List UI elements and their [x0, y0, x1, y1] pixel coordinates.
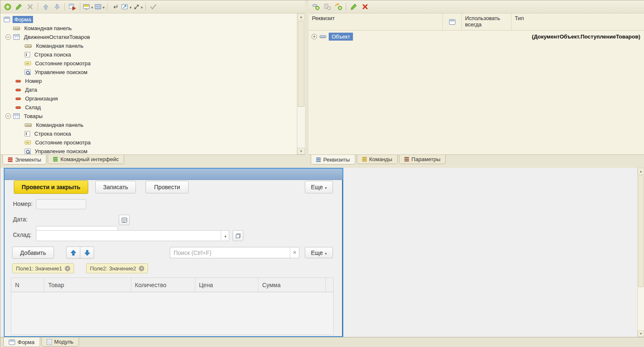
- column-filler: [326, 278, 333, 292]
- tree-item-form[interactable]: Форма: [0, 15, 304, 24]
- tab-label: Элементы: [15, 157, 41, 163]
- scroll-up-icon[interactable]: [297, 13, 305, 20]
- scroll-down-icon[interactable]: [297, 148, 305, 154]
- post-and-close-button[interactable]: Провести и закрыть: [14, 180, 88, 194]
- apply-icon[interactable]: [148, 2, 158, 12]
- tree-item-label: Строка поиска: [33, 130, 73, 137]
- tab-attributes[interactable]: Реквизиты: [311, 155, 355, 165]
- warehouse-choose-button[interactable]: [233, 230, 243, 241]
- table-icon: [13, 34, 20, 40]
- tree-item-search-string[interactable]: Строка поиска: [0, 50, 304, 59]
- number-field[interactable]: [36, 199, 86, 209]
- grouping-icon[interactable]: [95, 2, 105, 12]
- move-control-icon[interactable]: [110, 2, 120, 12]
- tree-scrollbar[interactable]: [297, 13, 305, 154]
- form-display-mode-icon[interactable]: [83, 2, 93, 12]
- move-down-icon[interactable]: [52, 2, 62, 12]
- toolbar-separator: [346, 3, 346, 10]
- attribute-name[interactable]: Объект: [329, 33, 353, 41]
- add-row-button[interactable]: Добавить: [12, 247, 54, 259]
- tree-item-command-bar[interactable]: Командная панель: [0, 41, 304, 50]
- check-positions-icon[interactable]: [67, 2, 77, 12]
- column-quantity[interactable]: Количество: [131, 278, 195, 292]
- edit-icon[interactable]: [349, 2, 359, 12]
- tree-item-date-field[interactable]: Дата: [0, 85, 304, 94]
- remove-filter-icon[interactable]: [139, 266, 144, 271]
- add-column-icon[interactable]: [322, 2, 332, 12]
- tab-elements[interactable]: Элементы: [3, 155, 46, 165]
- delete-icon[interactable]: [25, 2, 35, 12]
- command-bar-icon: [13, 27, 20, 30]
- tree-item-view-status[interactable]: Состояние просмотра: [0, 59, 304, 68]
- delete-icon[interactable]: [360, 2, 370, 12]
- collapse-icon[interactable]: [5, 113, 11, 119]
- clear-search-icon[interactable]: [290, 247, 299, 258]
- remove-filter-icon[interactable]: [65, 266, 70, 271]
- elements-layers-icon: [8, 157, 13, 162]
- tree-item-number-field[interactable]: Номер: [0, 77, 304, 85]
- search-box[interactable]: [170, 247, 299, 258]
- tab-form[interactable]: Форма: [3, 337, 40, 347]
- tree-item-search-control[interactable]: Управление поиском: [0, 68, 304, 77]
- scrollbar-thumb[interactable]: [298, 21, 304, 107]
- filter-chip[interactable]: Поле1: Значение1: [12, 263, 74, 273]
- tree-item-label: Номер: [23, 77, 43, 85]
- tab-commands[interactable]: Команды: [357, 155, 398, 164]
- tree-item-search-string[interactable]: Строка поиска: [0, 129, 304, 138]
- tree-item-movements-table[interactable]: ДвиженияОстаткиТоваров: [0, 33, 304, 41]
- tree-item-search-control[interactable]: Управление поиском: [0, 147, 304, 154]
- field-icon: [15, 89, 21, 91]
- add-by-type-icon[interactable]: [333, 2, 343, 12]
- attribute-row-object[interactable]: Объект (ДокументОбъект.ПоступлениеТоваро…: [309, 31, 644, 43]
- scroll-down-icon[interactable]: [638, 330, 644, 337]
- tree-item-view-status[interactable]: Состояние просмотра: [0, 138, 304, 147]
- warehouse-field[interactable]: [36, 230, 229, 241]
- edit-icon[interactable]: [14, 2, 24, 12]
- scroll-up-icon[interactable]: [638, 168, 644, 175]
- button-label: Добавить: [20, 249, 46, 256]
- warehouse-dropdown-button[interactable]: [221, 231, 229, 241]
- search-control-icon: [25, 69, 31, 75]
- warehouse-value[interactable]: [36, 231, 221, 241]
- column-type[interactable]: Тип: [511, 13, 644, 30]
- design-area-scrollbar[interactable]: [637, 168, 644, 337]
- column-attribute[interactable]: Реквизит: [309, 13, 443, 30]
- command-bar-icon: [25, 123, 32, 127]
- column-form-icon[interactable]: [443, 13, 462, 30]
- tree-item-warehouse-field[interactable]: Склад: [0, 103, 304, 112]
- tree-item-command-bar[interactable]: Командная панель: [0, 24, 304, 33]
- date-calendar-button[interactable]: [119, 215, 130, 225]
- move-up-icon[interactable]: [41, 2, 51, 12]
- preview-icon[interactable]: [121, 2, 132, 12]
- more-button-table[interactable]: Еще: [305, 247, 333, 258]
- tree-item-goods-table[interactable]: Товары: [0, 112, 304, 121]
- search-control-icon: [25, 149, 31, 154]
- row-move-up-button[interactable]: [66, 247, 80, 259]
- collapse-icon[interactable]: [5, 34, 11, 40]
- table-icon: [13, 113, 20, 119]
- column-n[interactable]: N: [11, 278, 44, 292]
- column-use-always[interactable]: Использовать всегда: [462, 13, 511, 30]
- tree-item-command-bar[interactable]: Командная панель: [0, 121, 304, 129]
- expand-icon[interactable]: [312, 34, 317, 39]
- more-button-top[interactable]: Еще: [305, 181, 333, 193]
- tree-item-label: Строка поиска: [33, 51, 73, 58]
- stretch-icon[interactable]: [133, 2, 143, 12]
- search-input[interactable]: [170, 247, 290, 258]
- tab-command-interface[interactable]: Командный интерфейс: [48, 155, 124, 164]
- write-button[interactable]: Записать: [95, 181, 136, 193]
- tab-parameters[interactable]: Параметры: [399, 155, 446, 164]
- column-sum[interactable]: Сумма: [258, 278, 326, 292]
- filter-chip[interactable]: Поле2: Значение2: [86, 263, 148, 273]
- tab-module[interactable]: Модуль: [41, 337, 79, 347]
- post-button[interactable]: Провести: [146, 181, 189, 193]
- row-move-down-button[interactable]: [80, 247, 94, 259]
- add-attribute-icon[interactable]: [311, 2, 321, 12]
- add-icon[interactable]: [3, 2, 13, 12]
- column-price[interactable]: Цена: [195, 278, 258, 292]
- tab-label: Команды: [369, 156, 392, 162]
- tree-item-organization-field[interactable]: Организация: [0, 94, 304, 103]
- form-icon: [9, 339, 15, 345]
- scrollbar-thumb[interactable]: [638, 175, 644, 287]
- column-goods[interactable]: Товар: [44, 278, 131, 292]
